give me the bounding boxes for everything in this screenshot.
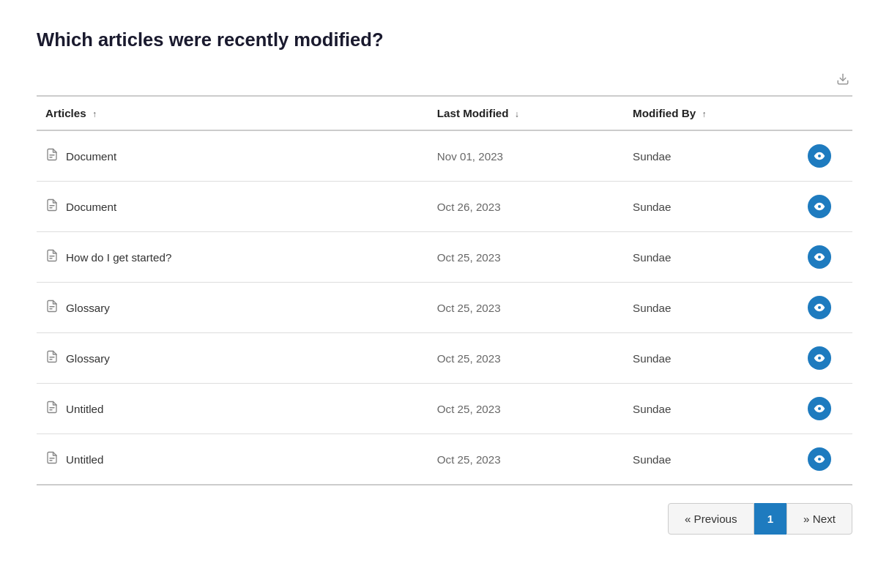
table-row: Document Nov 01, 2023 Sundae [37,130,852,182]
modified-by-cell: Sundae [624,130,787,182]
doc-icon [45,299,59,316]
article-name: Untitled [66,453,104,466]
table-row: How do I get started? Oct 25, 2023 Sunda… [37,232,852,283]
modified-by-sort-icon: ↑ [702,109,706,119]
last-modified-sort-icon: ↓ [515,109,519,119]
download-icon[interactable] [836,72,849,89]
article-name: Document [66,201,116,213]
svg-point-18 [818,407,821,410]
svg-point-6 [818,205,821,208]
view-icon[interactable] [808,245,831,269]
articles-sort-icon: ↑ [92,109,97,119]
article-cell-3: Glossary [37,283,428,333]
modified-by-cell: Sundae [624,384,787,434]
modified-by-cell: Sundae [624,434,787,485]
pagination: « Previous 1 » Next [37,503,852,535]
article-cell-2: How do I get started? [37,232,428,283]
article-name: Glossary [66,302,110,314]
last-modified-cell: Oct 25, 2023 [428,333,624,384]
view-action-cell [787,232,852,283]
table-row: Glossary Oct 25, 2023 Sundae [37,283,852,333]
col-header-modified-by[interactable]: Modified By ↑ [624,96,787,130]
view-action-cell [787,182,852,232]
last-modified-cell: Oct 25, 2023 [428,384,624,434]
article-cell-6: Untitled [37,434,428,485]
last-modified-cell: Oct 25, 2023 [428,283,624,333]
table-row: Untitled Oct 25, 2023 Sundae [37,434,852,485]
col-header-last-modified[interactable]: Last Modified ↓ [428,96,624,130]
article-name: Glossary [66,352,110,365]
article-cell-4: Glossary [37,333,428,384]
view-action-cell [787,283,852,333]
svg-point-9 [818,256,821,258]
article-name: Document [66,150,116,163]
view-icon[interactable] [808,144,831,168]
col-header-articles[interactable]: Articles ↑ [37,96,428,130]
doc-icon [45,148,59,164]
svg-point-15 [818,357,821,360]
table-row: Untitled Oct 25, 2023 Sundae [37,384,852,434]
doc-icon [45,249,59,265]
view-icon[interactable] [808,195,831,218]
view-icon[interactable] [808,397,831,420]
last-modified-cell: Nov 01, 2023 [428,130,624,182]
modified-by-cell: Sundae [624,232,787,283]
view-action-cell [787,434,852,485]
page-title: Which articles were recently modified? [37,29,852,51]
doc-icon [45,401,59,417]
last-modified-cell: Oct 25, 2023 [428,232,624,283]
view-icon[interactable] [808,296,831,319]
article-cell-1: Document [37,182,428,232]
articles-table: Articles ↑ Last Modified ↓ Modified By ↑ [37,95,852,485]
article-cell-5: Untitled [37,384,428,434]
svg-point-21 [818,458,821,461]
table-row: Document Oct 26, 2023 Sundae [37,182,852,232]
view-action-cell [787,130,852,182]
col-header-action [787,96,852,130]
svg-point-3 [818,155,821,157]
svg-point-12 [818,306,821,309]
modified-by-cell: Sundae [624,283,787,333]
previous-button[interactable]: « Previous [668,503,754,535]
current-page[interactable]: 1 [754,503,786,535]
modified-by-cell: Sundae [624,182,787,232]
view-action-cell [787,333,852,384]
view-icon[interactable] [808,447,831,471]
table-row: Glossary Oct 25, 2023 Sundae [37,333,852,384]
view-icon[interactable] [808,346,831,370]
doc-icon [45,198,59,215]
article-name: How do I get started? [66,251,171,264]
article-cell-0: Document [37,130,428,182]
next-button[interactable]: » Next [786,503,852,535]
last-modified-cell: Oct 26, 2023 [428,182,624,232]
modified-by-cell: Sundae [624,333,787,384]
last-modified-cell: Oct 25, 2023 [428,434,624,485]
doc-icon [45,451,59,467]
view-action-cell [787,384,852,434]
doc-icon [45,350,59,366]
article-name: Untitled [66,403,104,415]
